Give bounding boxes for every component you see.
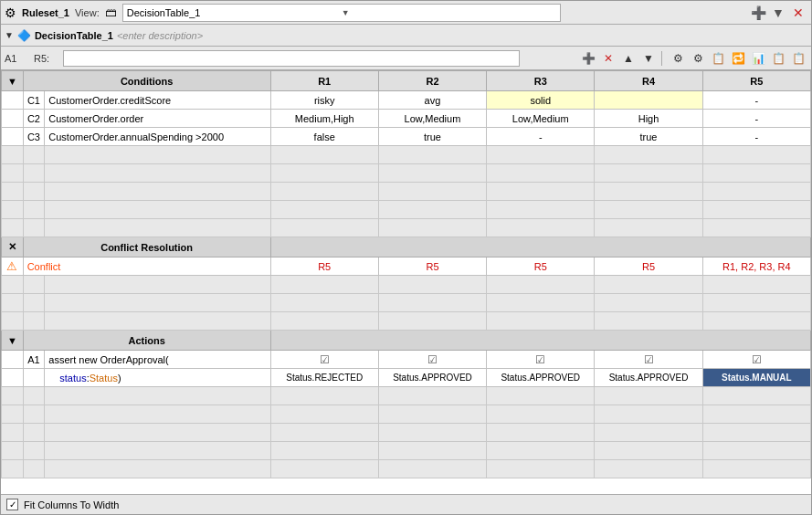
c2-r2[interactable]: Low,Medium [378,110,486,128]
remove-button[interactable]: ✕ [789,4,807,22]
move-up-button[interactable]: ▲ [619,49,638,68]
conditions-empty-row3 [2,183,811,201]
check-r3-icon: ☑ [535,353,545,366]
grid-settings-button[interactable]: ⚙ [669,49,687,68]
actions-empty-row1 [2,387,811,405]
conflict-r5[interactable]: R1, R2, R3, R4 [702,258,810,276]
actions-collapse-icon[interactable]: ▼ [2,331,24,351]
fit-columns-checkbox[interactable]: ✓ [6,499,18,510]
conflict-header-row: ✕ Conflict Resolution [2,237,811,258]
a1-val-r2[interactable]: Status.APPROVED [378,369,486,387]
conditions-empty-row4 [2,201,811,219]
c3-id: C3 [23,128,45,146]
c1-r1[interactable]: risky [270,91,378,110]
a1-row-num [2,351,24,369]
check-r4-icon: ☑ [644,353,654,366]
settings-icon: ⚙ [5,5,16,20]
cell-input[interactable] [63,50,520,67]
check-r5-icon: ☑ [752,353,762,366]
conflict-row: ⚠ Conflict R5 R5 R5 R5 R1, R2, R3, R4 [2,258,811,276]
move-down-button[interactable]: ▼ [639,49,658,68]
c2-r3[interactable]: Low,Medium [487,110,595,128]
view-dropdown[interactable]: DecisionTable_1 ▼ [122,4,561,22]
c1-r3[interactable]: solid [487,91,595,110]
c1-r2[interactable]: avg [378,91,486,110]
c2-r5[interactable]: - [702,110,810,128]
c3-r5[interactable]: - [702,128,810,146]
conflict-collapse-icon[interactable]: ✕ [2,237,24,258]
actions-empty-row5 [2,460,811,478]
conditions-header-row: ▼ Conditions R1 R2 R3 R4 R5 [2,71,811,91]
c3-row-num [2,128,24,146]
copy-button[interactable]: 📋 [709,49,727,68]
conflict-r2[interactable]: R5 [378,258,486,276]
condition-row-c2: C2 CustomerOrder.order Medium,High Low,M… [2,110,811,128]
c1-r5[interactable]: - [702,91,810,110]
condition-row-c1: C1 CustomerOrder.creditScore risky avg s… [2,91,811,110]
view-label: View: [75,7,100,18]
action-checkbox-row: A1 assert new OrderApproval( ☑ ☑ ☑ ☑ ☑ [2,351,811,369]
table-description: <enter description> [117,30,203,41]
actions-header-label: Actions [23,331,270,351]
main-container: ⚙ Ruleset_1 View: 🗃 DecisionTable_1 ▼ ➕ … [0,0,812,515]
conditions-header-label: Conditions [23,71,270,91]
a1-val-r5[interactable]: Status.MANUAL [702,369,810,387]
a1-action-line1[interactable]: assert new OrderApproval( [45,351,270,369]
fit-columns-label: Fit Columns To Width [24,499,119,510]
col-header-r3: R3 [487,71,595,91]
bottom-bar: ✓ Fit Columns To Width [1,494,811,514]
c3-r1[interactable]: false [270,128,378,146]
a1-check-r1[interactable]: ☑ [270,351,378,369]
a1-val-id [23,369,45,387]
c1-row-num [2,91,24,110]
table-icon: 🔷 [17,29,31,42]
a1-id: A1 [23,351,45,369]
condition-row-c3: C3 CustomerOrder.annualSpending >2000 fa… [2,128,811,146]
row-ref: R5: [34,53,61,64]
c1-r4[interactable] [595,91,702,110]
a1-val-r3[interactable]: Status.APPROVED [487,369,595,387]
conflict-empty-row3 [2,312,811,331]
remove-row-button[interactable]: ✕ [599,49,617,68]
add-button[interactable]: ➕ [749,4,767,22]
chart-button[interactable]: 📊 [749,49,767,68]
conditions-collapse-icon[interactable]: ▼ [2,71,24,91]
export-button2[interactable]: 📋 [789,49,807,68]
check-r2-icon: ☑ [427,353,438,366]
top-bar: ⚙ Ruleset_1 View: 🗃 DecisionTable_1 ▼ ➕ … [1,1,811,25]
export-button1[interactable]: 📋 [769,49,787,68]
arrow-down-button[interactable]: ▼ [769,4,787,22]
column-settings-button[interactable]: ⚙ [689,49,707,68]
expand-arrow-icon[interactable]: ▼ [5,30,14,40]
a1-action-line2[interactable]: status:Status) [45,369,270,387]
conflict-r3[interactable]: R5 [487,258,595,276]
cell-ref: A1 [5,53,32,64]
c3-r4[interactable]: true [595,128,702,146]
a1-check-r3[interactable]: ☑ [487,351,595,369]
a1-check-r2[interactable]: ☑ [378,351,486,369]
c2-condition[interactable]: CustomerOrder.order [45,110,270,128]
refresh-button[interactable]: 🔁 [729,49,747,68]
a1-val-r4[interactable]: Status.APPROVED [595,369,702,387]
a1-check-r5[interactable]: ☑ [702,351,810,369]
a1-check-r4[interactable]: ☑ [595,351,702,369]
c1-id: C1 [23,91,45,110]
conflict-r1[interactable]: R5 [270,258,378,276]
c2-r4[interactable]: High [595,110,702,128]
conditions-empty-row2 [2,164,811,183]
dt-icon: 🗃 [105,5,117,19]
a1-val-r1[interactable]: Status.REJECTED [270,369,378,387]
c2-r1[interactable]: Medium,High [270,110,378,128]
conflict-r4[interactable]: R5 [595,258,702,276]
c3-r2[interactable]: true [378,128,486,146]
conflict-text: Conflict [27,261,61,272]
conditions-empty-row1 [2,146,811,164]
conflict-header-label: Conflict Resolution [23,237,270,258]
c3-condition[interactable]: CustomerOrder.annualSpending >2000 [45,128,270,146]
c1-condition[interactable]: CustomerOrder.creditScore [45,91,270,110]
warning-icon: ⚠ [6,259,17,273]
c3-r3[interactable]: - [487,128,595,146]
checkbox-check-icon: ✓ [9,499,16,510]
add-row-button[interactable]: ➕ [579,49,597,68]
top-bar-buttons: ➕ ▼ ✕ [749,4,807,22]
